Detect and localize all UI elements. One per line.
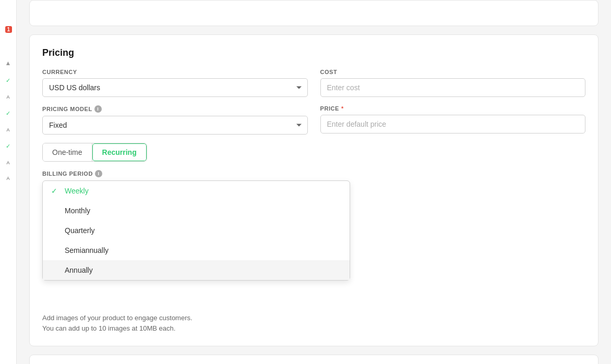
dropdown-item-weekly[interactable]: ✓ Weekly: [43, 181, 350, 201]
sidebar-check-1: ✓: [6, 77, 10, 84]
dropdown-item-quarterly[interactable]: Quarterly: [43, 221, 350, 240]
images-line1: Add images of your product to engage cus…: [42, 313, 585, 323]
billing-period-label: BILLING PERIOD i: [42, 170, 585, 177]
price-input[interactable]: [320, 115, 586, 134]
currency-select-wrapper: USD US dollars: [42, 78, 308, 97]
currency-cost-row: CURRENCY USD US dollars COST: [42, 69, 585, 97]
images-section: Add images of your product to engage cus…: [42, 313, 585, 333]
cost-group: COST: [320, 69, 586, 97]
billing-period-dropdown[interactable]: ✓ Weekly Monthly Quarterly: [42, 180, 350, 281]
dropdown-item-annually[interactable]: Annually: [43, 260, 350, 280]
sidebar-label-4: A: [6, 176, 9, 181]
sidebar-check-2: ✓: [6, 110, 10, 117]
currency-select[interactable]: USD US dollars: [42, 78, 308, 97]
pricing-title: Pricing: [42, 47, 585, 58]
billing-period-section: BILLING PERIOD i ✓ Weekly Monthly: [42, 170, 585, 177]
check-weekly-icon: ✓: [51, 187, 59, 195]
main-content: Pricing CURRENCY USD US dollars COST: [17, 0, 611, 364]
pricing-model-info-icon[interactable]: i: [94, 105, 102, 113]
dropdown-item-semiannually[interactable]: Semiannually: [43, 240, 350, 260]
billing-period-info-icon[interactable]: i: [95, 170, 102, 177]
images-line2: You can add up to 10 images at 10MB each…: [42, 323, 585, 334]
sidebar-label-1: A: [6, 94, 9, 100]
sidebar: 1 ▲ ✓ A ✓ A ✓ A A: [0, 0, 17, 364]
pricing-model-select-wrapper: Fixed: [42, 116, 308, 135]
pricing-card: Pricing CURRENCY USD US dollars COST: [29, 34, 598, 346]
currency-label: CURRENCY: [42, 69, 308, 75]
cost-input[interactable]: [320, 78, 586, 97]
custom-fields-card: Custom fields Custom field information c…: [29, 355, 598, 364]
pricing-model-price-row: PRICING MODEL i Fixed PRICE *: [42, 105, 585, 135]
pricing-model-label: PRICING MODEL i: [42, 105, 308, 113]
cost-label: COST: [320, 69, 586, 75]
pricing-model-select[interactable]: Fixed: [42, 116, 308, 135]
price-required-marker: *: [341, 105, 344, 112]
notification-badge: 1: [5, 26, 13, 33]
price-label: PRICE *: [320, 105, 586, 112]
tab-recurring[interactable]: Recurring: [92, 143, 147, 161]
tab-one-time[interactable]: One-time: [43, 143, 92, 161]
sidebar-label-3: A: [6, 160, 9, 165]
sidebar-label-2: A: [6, 127, 9, 132]
price-group: PRICE *: [320, 105, 586, 135]
sidebar-chevron-up[interactable]: ▲: [5, 59, 11, 67]
sidebar-check-3: ✓: [6, 143, 10, 150]
pricing-tabs: One-time Recurring: [42, 143, 147, 162]
pricing-model-group: PRICING MODEL i Fixed: [42, 105, 308, 135]
top-partial-card: [29, 0, 598, 26]
dropdown-item-monthly[interactable]: Monthly: [43, 201, 350, 221]
currency-group: CURRENCY USD US dollars: [42, 69, 308, 97]
